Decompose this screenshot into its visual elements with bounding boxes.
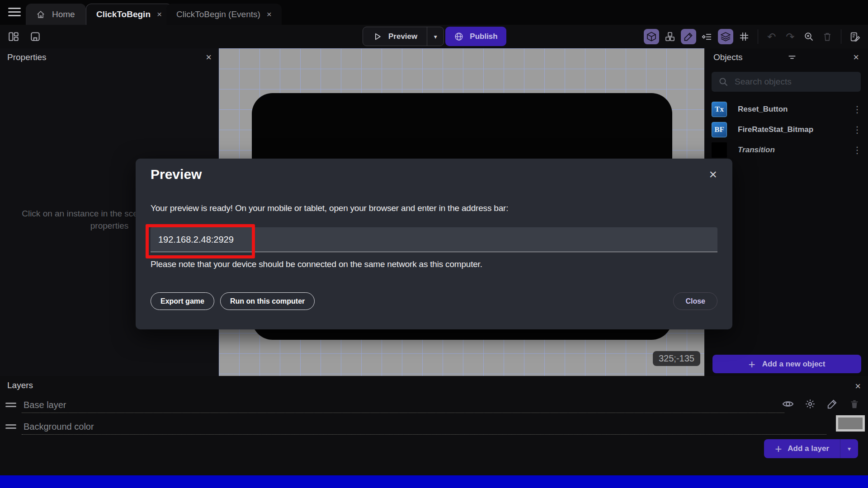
- redo-icon[interactable]: ↷: [783, 29, 798, 44]
- bitmap-font-object-icon: BF: [712, 122, 727, 137]
- properties-title: Properties: [7, 52, 47, 62]
- toolbar-divider: [758, 29, 758, 44]
- tab-clicktobegin[interactable]: ClickToBegin ×: [86, 4, 172, 25]
- background-color-swatch[interactable]: [836, 415, 865, 432]
- objects-list: Tx Reset_Button ⋮ BF FireRateStat_Bitmap…: [704, 99, 868, 160]
- close-layers-icon[interactable]: ×: [855, 380, 861, 392]
- sprite-object-icon: [712, 142, 727, 158]
- objects-search-box[interactable]: [712, 72, 861, 92]
- gdevelop-window: Home ClickToBegin × ClickToBegin (Events…: [0, 0, 868, 488]
- tab-home[interactable]: Home: [26, 4, 86, 25]
- object-menu-icon[interactable]: ⋮: [853, 145, 862, 155]
- bottom-strip: [0, 475, 868, 488]
- cursor-coordinates-badge: 325;-135: [653, 351, 700, 366]
- publish-button[interactable]: Publish: [445, 27, 506, 46]
- layer-effects-icon[interactable]: [804, 398, 816, 410]
- edit-instances-icon[interactable]: [681, 29, 696, 44]
- object-row-reset-button[interactable]: Tx Reset_Button ⋮: [704, 99, 868, 119]
- layer-row-background-color[interactable]: Background color: [5, 418, 94, 435]
- layer-name-underline: [22, 413, 784, 413]
- add-layer-dropdown-icon[interactable]: ▾: [840, 439, 858, 458]
- preview-dialog: Preview × Your preview is ready! On your…: [136, 159, 732, 329]
- close-tab-icon[interactable]: ×: [157, 9, 162, 19]
- toggle-panels-icon[interactable]: [6, 29, 21, 44]
- layers-title: Layers: [7, 380, 33, 390]
- dialog-body-text: Your preview is ready! On your mobile or…: [151, 203, 508, 213]
- search-icon: [718, 76, 729, 87]
- object-name: Reset_Button: [738, 105, 788, 114]
- instances-list-icon[interactable]: [699, 29, 715, 44]
- filter-icon[interactable]: [787, 52, 797, 62]
- undo-icon[interactable]: ↶: [764, 29, 779, 44]
- layer-name-field[interactable]: Base layer: [24, 400, 66, 410]
- search-objects-input[interactable]: [735, 77, 854, 87]
- object-row-transition[interactable]: Transition ⋮: [704, 140, 868, 160]
- text-object-icon: Tx: [712, 102, 727, 117]
- layers-panel: Layers × Base layer Background color: [0, 376, 868, 475]
- export-game-button[interactable]: Export game: [151, 292, 214, 310]
- tab-label: ClickToBegin: [96, 9, 151, 19]
- zoom-in-icon[interactable]: [801, 29, 816, 44]
- play-icon: [373, 32, 382, 42]
- view-3d-icon[interactable]: [644, 29, 659, 44]
- object-menu-icon[interactable]: ⋮: [853, 104, 862, 115]
- preview-button[interactable]: Preview: [363, 27, 427, 46]
- toolbar-divider: [841, 29, 841, 44]
- layers-icon[interactable]: [718, 29, 733, 44]
- add-new-object-button[interactable]: + Add a new object: [712, 355, 861, 373]
- tab-label: ClickToBegin (Events): [176, 9, 260, 19]
- delete-icon[interactable]: [820, 29, 835, 44]
- layer-row-base-layer[interactable]: Base layer: [5, 396, 66, 413]
- object-name: Transition: [738, 145, 775, 155]
- main-menu-icon[interactable]: [8, 8, 21, 17]
- save-icon[interactable]: [28, 29, 42, 44]
- layer-edit-pencil-icon[interactable]: [826, 398, 839, 410]
- objects-title: Objects: [713, 52, 742, 62]
- drag-handle-icon[interactable]: [5, 401, 16, 409]
- object-menu-icon[interactable]: ⋮: [853, 124, 862, 135]
- toolbar: Preview ▾ Publish: [0, 25, 868, 48]
- globe-icon: [454, 32, 464, 42]
- layer-name-field[interactable]: Background color: [24, 422, 94, 432]
- object-name: FireRateStat_Bitmap: [738, 125, 813, 134]
- layer-visibility-eye-icon[interactable]: [782, 398, 794, 410]
- close-tab-icon[interactable]: ×: [267, 9, 272, 19]
- drag-handle-icon[interactable]: [5, 422, 16, 431]
- dialog-note-text: Please note that your device should be c…: [151, 259, 482, 269]
- close-objects-icon[interactable]: ×: [853, 52, 859, 62]
- plus-icon: +: [775, 443, 782, 455]
- preview-address-input[interactable]: [151, 227, 717, 252]
- preview-options-dropdown[interactable]: ▾: [427, 27, 443, 46]
- layer-name-underline: [22, 434, 826, 435]
- edit-scene-events-icon[interactable]: [847, 29, 863, 44]
- close-dialog-icon[interactable]: ×: [709, 168, 717, 181]
- plus-icon: +: [749, 358, 755, 370]
- tab-label: Home: [52, 9, 75, 19]
- dialog-close-button[interactable]: Close: [673, 292, 717, 310]
- preview-button-group: Preview ▾: [363, 27, 444, 46]
- objects-icon[interactable]: [662, 29, 678, 44]
- object-row-fireratestat-bitmap[interactable]: BF FireRateStat_Bitmap ⋮: [704, 119, 868, 140]
- layer-delete-trash-icon[interactable]: [848, 398, 861, 410]
- grid-icon[interactable]: [736, 29, 752, 44]
- add-layer-button[interactable]: + Add a layer ▾: [764, 439, 858, 458]
- dialog-title: Preview: [151, 167, 202, 182]
- tab-clicktobegin-events[interactable]: ClickToBegin (Events) ×: [166, 4, 282, 25]
- tab-bar: Home ClickToBegin × ClickToBegin (Events…: [0, 0, 868, 25]
- home-icon: [36, 9, 46, 19]
- close-properties-icon[interactable]: ×: [206, 52, 212, 62]
- run-on-this-computer-button[interactable]: Run on this computer: [220, 292, 315, 310]
